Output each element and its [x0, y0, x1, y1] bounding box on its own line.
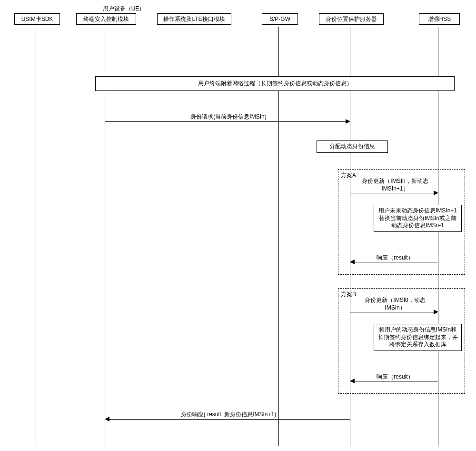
msg-id-response-arrow: [105, 417, 109, 421]
plan-b-resp-arrow: [350, 379, 355, 383]
lifeline-usim: [36, 27, 36, 446]
msg-id-request-arrow: [346, 119, 350, 124]
plan-a-update-label: 身份更新（IMSIn，新动态IMSIn+1）: [357, 178, 433, 192]
plan-a-resp-line: [355, 262, 438, 262]
actor-hss: 增强HSS: [419, 13, 460, 25]
plan-b-resp-label: 响应（result）: [367, 373, 424, 381]
plan-b-update-line: [350, 312, 436, 312]
alloc-box: 分配动态身份信息: [317, 140, 388, 153]
plan-a-resp-arrow: [350, 260, 355, 264]
ue-group-label: 用户设备（UE）: [33, 5, 214, 13]
plan-b-process: 将用户的动态身份信息IMSIn和长期签约身份信息绑定起来，并将绑定关系存入数据库: [374, 324, 462, 351]
plan-a-process: 用户未来动态身份信息IMSIn+1替换当前动态身份IMSIn或之前动态身份信息I…: [374, 205, 462, 232]
plan-b-label: 方案B:: [341, 291, 357, 299]
actor-usim: USIM卡SDK: [14, 13, 60, 25]
plan-b-update-label: 身份更新（IMSI0，动态IMSIn）: [357, 297, 433, 311]
actor-id-server: 身份位置保护服务器: [319, 13, 384, 25]
msg-id-response-line: [109, 419, 350, 420]
msg-id-request-label: 身份请求(当前身份信息IMSIn): [148, 113, 309, 121]
plan-b-update-arrow: [434, 310, 438, 314]
plan-a-update-line: [350, 193, 436, 193]
plan-a-resp-label: 响应（result）: [367, 254, 424, 262]
actor-spgw: S/P-GW: [262, 13, 298, 25]
sequence-diagram: 用户设备（UE） USIM卡SDK 终端安入控制模块 操作系统及LTE接口模块 …: [5, 5, 471, 446]
plan-a-label: 方案A:: [341, 171, 357, 180]
plan-b-resp-line: [355, 381, 438, 381]
msg-id-request-line: [105, 121, 347, 122]
msg-id-response-label: 身份响应( result, 新身份信息IMSIn+1): [148, 411, 309, 419]
plan-a-update-arrow: [434, 190, 438, 195]
attach-span: 用户终端附着网络过程（长期签约身份信息或动态身份信息）: [95, 76, 455, 91]
actor-access: 终端安入控制模块: [76, 13, 136, 25]
actor-os-lte: 操作系统及LTE接口模块: [157, 13, 231, 25]
